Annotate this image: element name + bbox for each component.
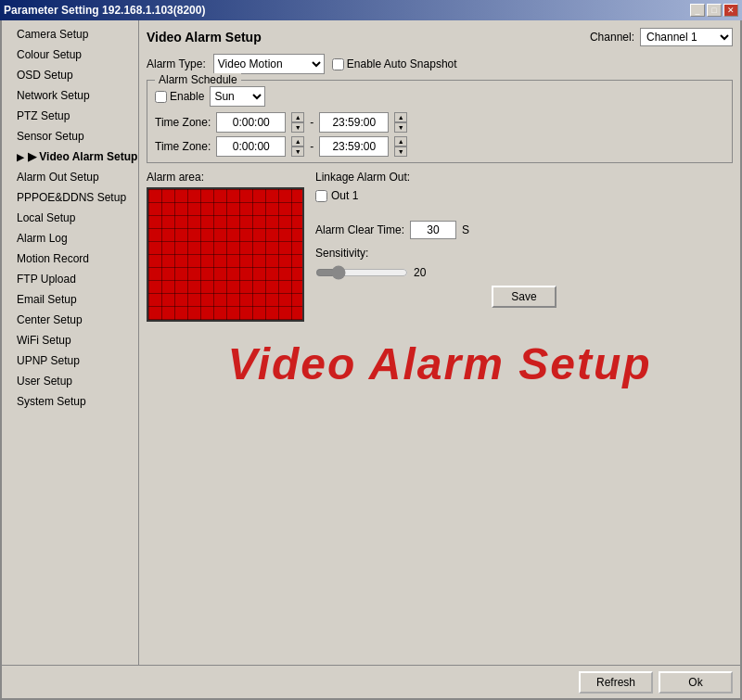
day-select[interactable]: SunMonTueWed ThuFriSatAll (210, 86, 265, 107)
sidebar-item-usersetup[interactable]: User Setup (2, 371, 138, 391)
refresh-button[interactable]: Refresh (579, 671, 653, 694)
channel-area: Channel: Channel 1 (590, 28, 733, 46)
save-row: Save (315, 286, 733, 308)
out1-checkbox[interactable] (315, 190, 327, 202)
seconds-label: S (462, 223, 469, 236)
clear-time-label: Alarm Clear Time: (315, 223, 404, 236)
close-button[interactable]: ✕ (723, 4, 738, 17)
spin-up-3[interactable]: ▲ (291, 136, 304, 146)
sidebar-item-sensorsetup[interactable]: Sensor Setup (2, 126, 138, 146)
time-zone-1-label: Time Zone: (155, 116, 211, 129)
sidebar-item-ptzsetup[interactable]: PTZ Setup (2, 106, 138, 126)
time-zone-2-end-spin: ▲ ▼ (394, 136, 407, 157)
out1-label: Out 1 (331, 189, 358, 202)
enable-snapshot-text: Enable Auto Snapshot (347, 57, 457, 70)
enable-checkbox[interactable] (155, 91, 167, 103)
enable-label: Enable (170, 90, 204, 103)
watermark-text: Video Alarm Setup (147, 338, 733, 389)
watermark-area: Video Alarm Setup (147, 329, 733, 399)
sensitivity-label: Sensitivity: (315, 247, 368, 260)
sidebar-item-ftpupload[interactable]: FTP Upload (2, 269, 138, 289)
enable-snapshot-checkbox[interactable] (332, 58, 344, 70)
alarm-area-label: Alarm area: (147, 171, 304, 184)
spin-down-3[interactable]: ▼ (291, 146, 304, 157)
time-zone-1-dash: - (310, 116, 313, 129)
sidebar-item-alarmoutsetup[interactable]: Alarm Out Setup (2, 167, 138, 187)
clear-time-input[interactable] (410, 221, 456, 239)
clear-time-row: Alarm Clear Time: S (315, 221, 733, 239)
save-button[interactable]: Save (492, 286, 556, 308)
maximize-button[interactable]: □ (707, 4, 722, 17)
bottom-bar: Refresh Ok (2, 665, 740, 698)
time-zone-1-start[interactable] (216, 112, 286, 133)
sensitivity-row: Sensitivity: 20 (315, 247, 733, 280)
time-zone-2-start[interactable] (216, 136, 286, 157)
time-zone-2-end[interactable] (319, 136, 389, 157)
alarm-schedule-legend: Alarm Schedule (155, 73, 241, 86)
time-zone-2-row: Time Zone: ▲ ▼ - ▲ ▼ (155, 136, 724, 157)
minimize-button[interactable]: _ (690, 4, 705, 17)
alarm-type-label: Alarm Type: (147, 57, 206, 70)
alarm-type-select[interactable]: Video Motion Video Blind Video Loss (213, 54, 325, 74)
time-zone-1-row: Time Zone: ▲ ▼ - ▲ ▼ (155, 112, 724, 133)
sidebar-item-pppoe&ddnssetup[interactable]: PPPOE&DDNS Setup (2, 187, 138, 208)
time-zone-2-start-spin: ▲ ▼ (291, 136, 304, 157)
sidebar-item-videoalarmsetup[interactable]: ▶ Video Alarm Setup (2, 146, 138, 167)
linkage-label: Linkage Alarm Out: (315, 171, 733, 184)
title-bar: Parameter Setting 192.168.1.103(8200) _ … (0, 0, 742, 20)
channel-label: Channel: (590, 31, 634, 44)
alarm-grid[interactable] (147, 187, 304, 322)
spin-up[interactable]: ▲ (291, 112, 304, 122)
content-area: Camera SetupColour SetupOSD SetupNetwork… (2, 20, 740, 665)
bottom-area: Alarm area: Linkage Alarm Out: Out 1 Ala… (147, 171, 733, 322)
ok-button[interactable]: Ok (659, 671, 733, 694)
sidebar-item-alarmlog[interactable]: Alarm Log (2, 228, 138, 248)
sidebar-item-camerasetup[interactable]: Camera Setup (2, 24, 138, 45)
sensitivity-value: 20 (414, 266, 426, 279)
alarm-type-row: Alarm Type: Video Motion Video Blind Vid… (147, 54, 733, 74)
schedule-enable-row: Enable SunMonTueWed ThuFriSatAll (155, 86, 724, 107)
spin-up-4[interactable]: ▲ (394, 136, 407, 146)
alarm-area-section: Alarm area: (147, 171, 304, 322)
sidebar-item-systemsetup[interactable]: System Setup (2, 391, 138, 412)
linkage-section: Linkage Alarm Out: Out 1 Alarm Clear Tim… (315, 171, 733, 322)
sidebar-item-emailsetup[interactable]: Email Setup (2, 289, 138, 310)
enable-snapshot-label[interactable]: Enable Auto Snapshot (332, 57, 457, 70)
main-container: Camera SetupColour SetupOSD SetupNetwork… (0, 20, 742, 700)
spin-down-4[interactable]: ▼ (394, 146, 407, 157)
sidebar-item-osdsetup[interactable]: OSD Setup (2, 65, 138, 85)
time-zone-1-end[interactable] (319, 112, 389, 133)
sidebar-item-upnpsetup[interactable]: UPNP Setup (2, 350, 138, 371)
spin-down-2[interactable]: ▼ (394, 122, 407, 133)
time-zone-1-end-spin: ▲ ▼ (394, 112, 407, 133)
time-zone-2-dash: - (310, 140, 313, 153)
title-bar-controls: _ □ ✕ (690, 4, 738, 17)
sensitivity-slider[interactable] (315, 265, 408, 280)
panel-header: Video Alarm Setup Channel: Channel 1 (147, 28, 733, 46)
panel-title: Video Alarm Setup (147, 30, 262, 45)
time-zone-2-label: Time Zone: (155, 140, 211, 153)
enable-checkbox-label[interactable]: Enable (155, 90, 204, 103)
time-zone-1-start-spin: ▲ ▼ (291, 112, 304, 133)
spin-down[interactable]: ▼ (291, 122, 304, 133)
sidebar-item-wifisetup[interactable]: WiFi Setup (2, 330, 138, 350)
alarm-schedule-box: Alarm Schedule Enable SunMonTueWed ThuFr… (147, 80, 733, 163)
sidebar-item-motionrecord[interactable]: Motion Record (2, 248, 138, 269)
sidebar-item-networksetup[interactable]: Network Setup (2, 85, 138, 106)
out1-row: Out 1 (315, 189, 733, 202)
sidebar-item-centersetup[interactable]: Center Setup (2, 310, 138, 330)
title-bar-text: Parameter Setting 192.168.1.103(8200) (4, 4, 205, 17)
main-panel: Video Alarm Setup Channel: Channel 1 Ala… (139, 20, 740, 665)
spin-up-2[interactable]: ▲ (394, 112, 407, 122)
sidebar: Camera SetupColour SetupOSD SetupNetwork… (2, 20, 139, 665)
sidebar-item-localsetup[interactable]: Local Setup (2, 208, 138, 228)
sidebar-item-coloursetup[interactable]: Colour Setup (2, 45, 138, 65)
channel-select[interactable]: Channel 1 (640, 28, 733, 46)
slider-row: 20 (315, 265, 426, 280)
